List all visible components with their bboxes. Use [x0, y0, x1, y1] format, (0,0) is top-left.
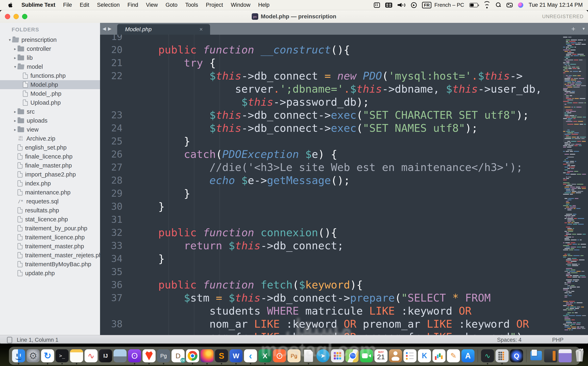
line-number[interactable]: 38	[100, 317, 133, 330]
sidebar-item-traitement-master-php[interactable]: traitement_master.php	[0, 242, 100, 251]
code-line[interactable]: 33 return $this->db_connect;	[100, 239, 588, 252]
dock-icon-keynote[interactable]: K	[418, 349, 431, 362]
line-number[interactable]: 20	[100, 43, 133, 56]
minimap-viewport[interactable]	[563, 59, 586, 142]
line-number[interactable]: 35	[100, 265, 133, 278]
code-line[interactable]: 27 //die('<h3>Le site Web est en mainten…	[100, 161, 588, 174]
dock-icon-notes[interactable]	[70, 349, 83, 362]
line-number[interactable]: 23	[100, 108, 133, 122]
sidebar-item-traitement-master-rejetes-php[interactable]: traitement_master_rejetes.php	[0, 251, 100, 260]
menu-selection[interactable]: Selection	[93, 2, 124, 8]
battery-icon[interactable]	[469, 3, 478, 7]
sidebar-item-maintenance-php[interactable]: maintenance.php	[0, 188, 100, 197]
tab-list-caret-icon[interactable]: ▾	[582, 23, 585, 35]
sidebar-item-index-php[interactable]: index.php	[0, 179, 100, 188]
disclosure-right-icon[interactable]: ▸	[13, 127, 18, 132]
line-number[interactable]: 24	[100, 122, 133, 135]
disclosure-right-icon[interactable]: ▸	[13, 55, 18, 60]
sidebar-item-english-set-php[interactable]: english_set.php	[0, 143, 100, 152]
line-number[interactable]	[100, 330, 133, 335]
line-number[interactable]	[100, 82, 133, 95]
code-line[interactable]: 22 $this->db_connect = new PDO('mysql:ho…	[100, 69, 588, 82]
close-window-button[interactable]	[5, 14, 10, 19]
new-tab-button[interactable]: +	[571, 23, 575, 35]
code-line[interactable]: 35	[100, 265, 588, 278]
volume-icon[interactable]	[397, 2, 406, 8]
syntax-button[interactable]: PHP	[552, 337, 564, 343]
dock-icon-postman[interactable]: ⊙	[273, 349, 286, 362]
dock-icon-podcasts[interactable]: ʘ	[128, 349, 141, 362]
menu-tools[interactable]: Tools	[181, 2, 202, 8]
dock-icon-system-settings[interactable]: ⚙	[27, 349, 40, 362]
line-number[interactable]: 25	[100, 135, 133, 148]
line-number[interactable]: 33	[100, 239, 133, 252]
line-number[interactable]: 30	[100, 200, 133, 213]
sidebar-item-finale-licence-php[interactable]: finale_licence.php	[0, 152, 100, 161]
window-manager-icon[interactable]	[385, 3, 392, 8]
vintage-mode-icon[interactable]	[7, 337, 12, 343]
input-source-name[interactable]: French – PC	[434, 2, 464, 8]
line-number[interactable]: 36	[100, 278, 133, 291]
document-proxy-icon[interactable]: ps	[252, 13, 258, 20]
dock-icon-finder[interactable]	[12, 349, 25, 362]
sidebar-item-traitement-licence-php[interactable]: traitement_licence.php	[0, 233, 100, 242]
sidebar-item-controller[interactable]: ▸controller	[0, 44, 100, 53]
line-number[interactable]	[100, 95, 133, 108]
dock-icon-app-store[interactable]: A	[461, 349, 474, 362]
dock-icon-textedit-document[interactable]	[302, 349, 315, 362]
input-source-badge[interactable]: FR	[422, 2, 431, 8]
dock-icon-intellij-idea[interactable]: IJ	[99, 349, 112, 362]
dock-icon-calculator[interactable]	[495, 349, 509, 362]
dock-icon-reminders[interactable]	[403, 349, 417, 362]
sidebar-item-uploads[interactable]: ▸uploads	[0, 116, 100, 125]
code-line[interactable]: server.';dbname='.$this->dbname, $this->…	[100, 82, 588, 95]
line-number[interactable]: 22	[100, 69, 133, 82]
code-line[interactable]: 37 $stm = $this->db_connect->prepare("SE…	[100, 291, 588, 304]
tab-close-icon[interactable]: ×	[200, 26, 203, 33]
code-line[interactable]: 25 }	[100, 135, 588, 148]
minimap[interactable]	[563, 35, 586, 335]
sidebar-item-import-phase2-php[interactable]: import_phase2.php	[0, 170, 100, 179]
menu-window[interactable]: Window	[227, 2, 254, 8]
code-line[interactable]: 36 public function fetch($keyword){	[100, 278, 588, 291]
now-playing-icon[interactable]: ▶	[411, 2, 417, 8]
code-area[interactable]: 1920 public function __construct(){21 tr…	[100, 35, 588, 335]
sidebar-item-traitementbymoybac-php[interactable]: traitementByMoyBac.php	[0, 260, 100, 269]
sidebar-item-requetes-sql[interactable]: /*requetes.sql	[0, 197, 100, 206]
dock-icon-terminal[interactable]: >_	[55, 349, 69, 362]
indent-setting-button[interactable]: Spaces: 4	[497, 337, 521, 343]
dock-icon-word[interactable]: W	[230, 349, 243, 362]
dock-icon-trash[interactable]	[573, 349, 586, 362]
menu-file[interactable]: File	[59, 2, 76, 8]
dock-icon-contacts[interactable]	[389, 349, 402, 362]
sidebar-item-upload-php[interactable]: Upload.php	[0, 98, 100, 107]
dock-icon-sync-app[interactable]: ↻	[41, 349, 54, 362]
line-number[interactable]: 32	[100, 226, 133, 239]
apple-menu-icon[interactable]	[7, 2, 14, 8]
line-number[interactable]: 34	[100, 252, 133, 265]
title-bar[interactable]: ps Model.php — preinscription UNREGISTER…	[0, 10, 588, 23]
code-line[interactable]: 29 }	[100, 187, 588, 200]
line-number[interactable]: 27	[100, 161, 133, 174]
code-line[interactable]: 23 $this->db_connect->exec("SET CHARACTE…	[100, 108, 588, 122]
sidebar-item-update-php[interactable]: update.php	[0, 269, 100, 278]
line-number[interactable]: 31	[100, 213, 133, 226]
code-line[interactable]: 30 }	[100, 200, 588, 213]
tab-nav-back-icon[interactable]: ◀	[102, 26, 106, 31]
menu-project[interactable]: Project	[202, 2, 227, 8]
sidebar-item-src[interactable]: ▸src	[0, 107, 100, 116]
dock-icon-minimized-window-browser[interactable]	[559, 349, 572, 362]
sidebar-item-model-php[interactable]: Model.php	[0, 80, 100, 89]
dock-icon-maps[interactable]	[345, 349, 358, 362]
control-center-icon[interactable]	[507, 3, 513, 7]
dock-icon-freeform[interactable]: ∿	[85, 349, 98, 362]
code-line[interactable]: students WHERE matricule LIKE :keyword O…	[100, 304, 588, 317]
dock-icon-telegram[interactable]: ➤	[317, 349, 330, 362]
dock-icon-numbers[interactable]	[433, 349, 446, 362]
menu-bar-clock[interactable]: Tue 21 May 12:14 PM	[529, 2, 583, 8]
disclosure-down-icon[interactable]: ▾	[13, 64, 18, 69]
code-line[interactable]: 21 try {	[100, 56, 588, 69]
disclosure-down-icon[interactable]: ▾	[7, 38, 12, 42]
keyboard-layout-icon[interactable]	[374, 2, 380, 8]
line-number[interactable]: 21	[100, 56, 133, 69]
